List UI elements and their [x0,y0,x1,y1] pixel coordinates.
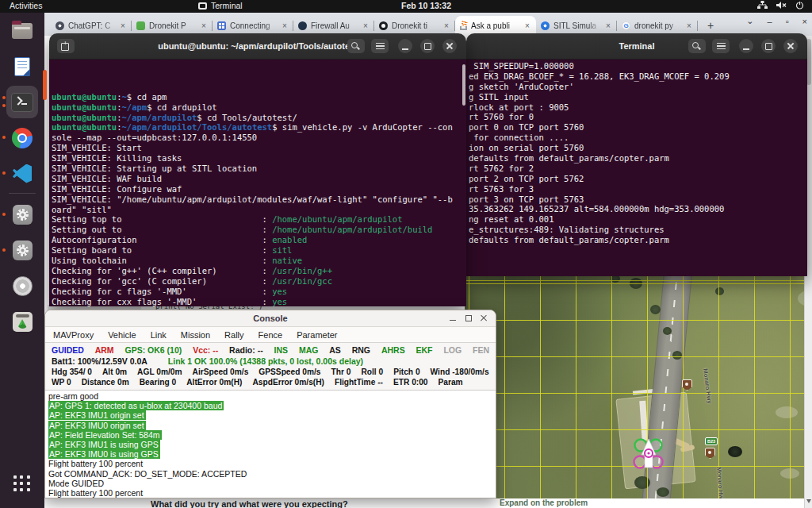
menu-button[interactable] [371,39,389,53]
terminal-text-segment: enabled [272,235,307,244]
tab-close-icon[interactable]: × [604,22,612,30]
menu-item-rally[interactable]: Rally [224,330,243,340]
link-status: Link 1 OK 100.0% (14388 pkts, 0 lost, 0.… [168,356,363,366]
tab-label: SITL Simula [553,21,600,30]
new-tab-button[interactable]: + [703,18,718,34]
dock-item-terminal[interactable] [0,84,44,120]
dock-item-settings[interactable] [0,197,44,233]
terminal-text-segment: SIM_VEHICLE: Starting up at SITL locatio… [52,164,257,173]
console-message: pre-arm good [48,391,492,401]
terminal-text-segment: yes [272,287,287,296]
terminal1-titlebar[interactable]: ubuntu@ubuntu: ~/apm/ardupilot/Tools/aut… [49,33,466,60]
clock[interactable]: Feb 10 13:32 [401,1,451,10]
terminal-app-icon [198,2,207,10]
menu-button[interactable] [712,39,730,53]
terminal-output-line: Setting top to : /home/ubuntu/apm/ardupi… [52,214,466,225]
minimize-button[interactable] [739,39,753,53]
telemetry-value: GPSSpeed 0m/s [259,368,320,376]
terminal-output-line: rt 5763 for 3 [469,184,807,194]
telemetry-value: Thr 0 [331,368,350,376]
tab-search-chevron-icon[interactable]: ⌄ [746,16,753,26]
telemetry-value: Hdg 354/ 0 [52,368,92,376]
browser-maximize-button[interactable]: ▫ [786,17,789,26]
menu-item-mission[interactable]: Mission [181,330,210,340]
running-indicator [2,248,6,252]
dock-item-app-grid[interactable] [0,466,44,502]
focused-app-indicator[interactable]: Terminal [198,1,243,10]
menu-item-mavproxy[interactable]: MAVProxy [53,330,94,340]
close-button[interactable] [783,39,798,53]
minimize-button[interactable] [448,313,459,324]
console-message: Flight battery 100 percent [48,459,492,468]
menu-item-vehicle[interactable]: Vehicle [108,330,136,340]
expand-link-fragment[interactable]: Expand on the problem [500,498,588,507]
power-icon[interactable] [795,1,804,10]
terminal1-output[interactable]: ubuntu@ubuntu:~$ cd apmubuntu@ubuntu:~/a… [49,60,466,306]
maximize-button[interactable] [464,313,475,324]
tab-close-icon[interactable]: × [523,22,531,30]
dock-item-vscode[interactable] [0,156,44,191]
search-button[interactable] [688,39,706,53]
terminal2-output[interactable]: SIM_SPEEDUP=1.000000ed EK3_DRAG_BCOEF_* … [466,60,807,276]
settings-gear-icon [13,241,33,260]
mavproxy-map[interactable]: B23 Monaro Hwy Monaro Hwy [465,276,804,498]
terminal-output-line: ubuntu@ubuntu:~/apm/ardupilot/Tools/auto… [52,122,466,133]
dock-item-cd-burner[interactable] [0,268,44,304]
terminal-scrollbar-thumb[interactable] [462,64,465,106]
minimize-button[interactable] [398,39,412,53]
menu-item-link[interactable]: Link [151,330,167,340]
activities-button[interactable]: Activities [10,1,42,10]
tab-close-icon[interactable]: × [685,22,693,30]
tab-close-icon[interactable]: × [119,22,127,30]
drone-marker [631,436,668,475]
rotor-ring-rear-left [634,456,646,468]
dock-divider [9,193,36,194]
terminal-output-line: port 0 on TCP port 5760 [469,122,807,133]
terminal-output-line: SIM_VEHICLE: Starting up at SITL locatio… [52,164,466,174]
browser-close-button[interactable]: × [802,17,807,26]
telemetry-value: AirSpeed 0m/s [193,368,249,376]
tab-close-icon[interactable]: × [362,22,370,30]
scroll-down-arrow-icon[interactable] [806,499,811,503]
dock-item-trash[interactable] [0,304,44,340]
files-icon [12,23,33,39]
terminal-output-line: port 2 on TCP port 5762 [469,174,807,184]
terminal2-titlebar[interactable]: Terminal [466,33,807,60]
dock-item-files[interactable] [0,13,44,48]
maximize-button[interactable] [420,39,435,53]
dock-item-libreoffice-writer[interactable] [0,48,44,84]
new-terminal-tab-button[interactable] [57,39,75,53]
terminal-icon [11,93,33,112]
close-button[interactable] [442,39,457,53]
status-flag: AS [329,345,341,355]
search-button[interactable] [347,39,365,53]
vscode-icon [13,164,32,183]
tab-close-icon[interactable]: × [281,22,289,30]
terminal-text-segment: Using toolchain : [52,256,272,265]
terminal-text-segment: ~/apm/ardupilot/Tools/autotest [122,122,273,132]
telemetry-value: Wind -180/0m/s [431,368,489,376]
tab-close-icon[interactable]: × [442,22,450,30]
console-message-highlight: AP: EKF3 IMU1 origin set [48,410,146,420]
console-status-panel: GUIDEDARMGPS: OK6 (10)Vcc: --Radio: --IN… [45,343,496,391]
close-button[interactable] [479,313,490,324]
tab-label: Dronekit ti [392,21,439,30]
dock-item-settings-alt[interactable] [0,233,44,268]
terminal-text-segment: SIM_VEHICLE: "/home/ubuntu/apm/ardupilot… [52,194,453,204]
tab-close-icon[interactable]: × [200,22,208,30]
console-titlebar[interactable]: Console [45,310,496,327]
console-message: Got COMMAND_ACK: DO_SET_MODE: ACCEPTED [48,469,492,479]
maximize-button[interactable] [761,39,776,53]
telemetry-value: FlightTime -- [335,378,383,387]
sitl-favicon [541,21,550,30]
dronekit-favicon [136,21,145,30]
google-favicon [622,21,630,30]
menu-item-parameter[interactable]: Parameter [297,330,337,340]
telemetry-value: Alt 0m [102,368,127,376]
browser-minimize-button[interactable]: – [768,17,772,26]
tab-label: Connecting [230,21,277,30]
terminal-text-segment: native [272,256,302,265]
menu-item-fence[interactable]: Fence [259,330,283,340]
telemetry-value: Roll 0 [361,368,383,376]
dock-item-chrome[interactable] [0,120,44,156]
